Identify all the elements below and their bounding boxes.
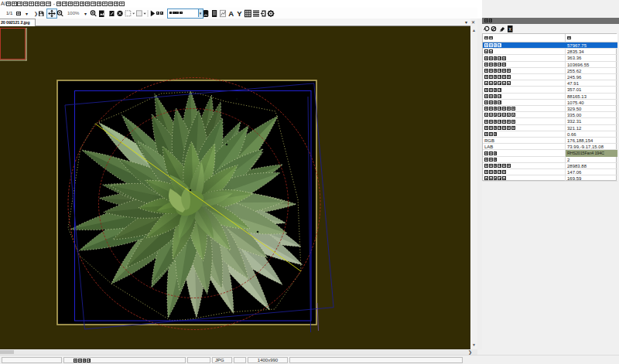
- svg-text:A: A: [228, 9, 234, 18]
- svg-text:Y: Y: [237, 9, 242, 18]
